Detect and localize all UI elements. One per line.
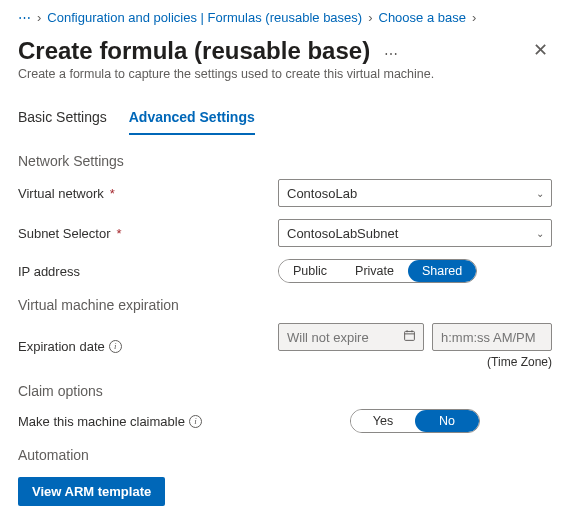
more-actions-button[interactable]: ⋯ (384, 46, 400, 62)
settings-tabs: Basic Settings Advanced Settings (18, 105, 552, 135)
breadcrumb-link-choose-base[interactable]: Choose a base (379, 10, 466, 25)
close-icon[interactable]: ✕ (529, 37, 552, 63)
claimable-yes[interactable]: Yes (351, 410, 415, 432)
claimable-no[interactable]: No (415, 410, 479, 432)
ip-option-shared[interactable]: Shared (408, 260, 476, 282)
label-claimable: Make this machine claimable i (18, 414, 278, 429)
page-subtitle: Create a formula to capture the settings… (18, 67, 552, 81)
breadcrumb: ⋯ › Configuration and policies | Formula… (18, 10, 552, 25)
info-icon[interactable]: i (189, 415, 202, 428)
label-ip-address: IP address (18, 264, 278, 279)
label-expiration-date: Expiration date i (18, 339, 278, 354)
info-icon[interactable]: i (109, 340, 122, 353)
view-arm-template-button[interactable]: View ARM template (18, 477, 165, 506)
chevron-right-icon: › (472, 10, 476, 25)
ip-option-public[interactable]: Public (279, 260, 341, 282)
section-claim: Claim options (18, 383, 552, 399)
tab-basic-settings[interactable]: Basic Settings (18, 105, 107, 135)
page-title: Create formula (reusable base) (18, 37, 370, 65)
subnet-select[interactable]: ContosoLabSubnet (278, 219, 552, 247)
timezone-note: (Time Zone) (278, 355, 552, 369)
section-expiration: Virtual machine expiration (18, 297, 552, 313)
expiration-date-input[interactable] (278, 323, 424, 351)
chevron-right-icon: › (37, 10, 41, 25)
expiration-time-input[interactable] (432, 323, 552, 351)
chevron-right-icon: › (368, 10, 372, 25)
label-subnet-selector: Subnet Selector* (18, 226, 278, 241)
virtual-network-select[interactable]: ContosoLab (278, 179, 552, 207)
label-virtual-network: Virtual network* (18, 186, 278, 201)
section-network: Network Settings (18, 153, 552, 169)
ip-address-toggle: Public Private Shared (278, 259, 477, 283)
tab-advanced-settings[interactable]: Advanced Settings (129, 105, 255, 135)
claimable-toggle: Yes No (350, 409, 480, 433)
ip-option-private[interactable]: Private (341, 260, 408, 282)
breadcrumb-link-config[interactable]: Configuration and policies | Formulas (r… (47, 10, 362, 25)
section-automation: Automation (18, 447, 552, 463)
breadcrumb-overflow[interactable]: ⋯ (18, 10, 31, 25)
